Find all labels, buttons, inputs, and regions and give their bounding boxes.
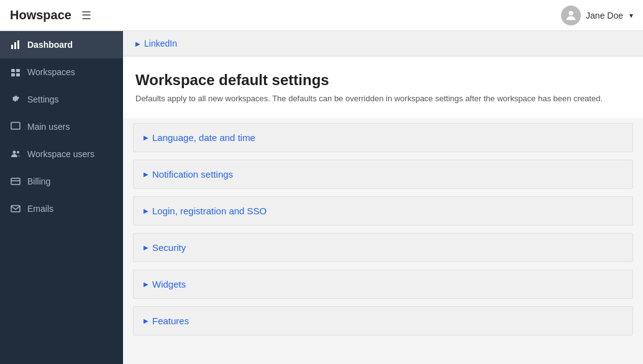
features-label: Features <box>152 316 189 326</box>
svg-point-10 <box>17 151 19 153</box>
header-left: Howspace ☰ <box>10 8 91 22</box>
accordion-login[interactable]: ▶ Login, registration and SSO <box>133 196 633 225</box>
sidebar-item-workspace-users[interactable]: Workspace users <box>0 140 123 168</box>
sidebar-item-workspace-users-label: Workspace users <box>27 149 94 159</box>
svg-rect-8 <box>11 122 20 129</box>
sidebar-item-main-users[interactable]: Main users <box>0 113 123 140</box>
main-users-icon <box>10 121 21 132</box>
workspace-users-icon <box>10 148 21 160</box>
user-dropdown-arrow[interactable]: ▾ <box>629 11 633 20</box>
avatar <box>561 6 581 25</box>
language-label: Language, date and time <box>152 132 255 143</box>
sidebar-item-workspaces-label: Workspaces <box>27 67 75 77</box>
sidebar-item-workspaces[interactable]: Workspaces <box>0 58 123 86</box>
login-label: Login, registration and SSO <box>152 206 267 216</box>
accordion-security[interactable]: ▶ Security <box>133 233 633 262</box>
emails-icon <box>10 203 21 214</box>
settings-icon <box>10 94 21 105</box>
security-expand-icon: ▶ <box>144 244 148 251</box>
svg-rect-3 <box>17 40 19 49</box>
sidebar-item-emails-label: Emails <box>27 204 53 214</box>
notification-expand-icon: ▶ <box>144 171 148 178</box>
chart-icon <box>10 39 21 50</box>
sidebar-item-dashboard[interactable]: Dashboard <box>0 31 123 58</box>
user-name: Jane Doe <box>586 11 623 20</box>
security-label: Security <box>152 242 186 253</box>
sidebar: Dashboard Workspaces Settings <box>0 31 123 364</box>
login-expand-icon: ▶ <box>144 207 148 214</box>
sidebar-item-settings[interactable]: Settings <box>0 86 123 113</box>
sidebar-item-main-users-label: Main users <box>27 122 70 132</box>
accordion-language[interactable]: ▶ Language, date and time <box>133 123 633 152</box>
features-expand-icon: ▶ <box>144 317 148 324</box>
header: Howspace ☰ Jane Doe ▾ <box>0 0 643 31</box>
sidebar-item-emails[interactable]: Emails <box>0 195 123 222</box>
svg-rect-11 <box>11 178 20 184</box>
accordion-notification[interactable]: ▶ Notification settings <box>133 160 633 189</box>
sidebar-item-billing[interactable]: Billing <box>0 168 123 195</box>
main-layout: Dashboard Workspaces Settings <box>0 31 643 364</box>
widgets-link[interactable]: ▶ Widgets <box>144 279 622 289</box>
page-title: Workspace default settings <box>135 71 631 89</box>
workspace-settings-header: Workspace default settings Defaults appl… <box>123 57 643 118</box>
sidebar-item-settings-label: Settings <box>27 94 59 104</box>
sidebar-item-billing-label: Billing <box>27 176 50 186</box>
security-link[interactable]: ▶ Security <box>144 242 622 253</box>
accordion-features[interactable]: ▶ Features <box>133 306 633 335</box>
logo: Howspace <box>10 8 71 22</box>
linkedin-expand-icon: ▶ <box>135 40 140 47</box>
svg-rect-7 <box>16 73 20 76</box>
linkedin-section: ▶ LinkedIn <box>123 31 643 57</box>
features-link[interactable]: ▶ Features <box>144 316 622 326</box>
svg-rect-4 <box>11 69 15 72</box>
svg-rect-1 <box>11 45 13 49</box>
widgets-expand-icon: ▶ <box>144 281 148 288</box>
content-area: ▶ LinkedIn Workspace default settings De… <box>123 31 643 364</box>
svg-rect-12 <box>11 206 20 212</box>
notification-link[interactable]: ▶ Notification settings <box>144 169 622 180</box>
svg-point-0 <box>568 11 573 15</box>
billing-icon <box>10 176 21 187</box>
sidebar-item-dashboard-label: Dashboard <box>27 40 73 50</box>
hamburger-icon[interactable]: ☰ <box>81 9 91 22</box>
svg-rect-6 <box>11 73 15 76</box>
language-link[interactable]: ▶ Language, date and time <box>144 132 622 143</box>
linkedin-accordion[interactable]: ▶ LinkedIn <box>135 39 631 48</box>
accordion-widgets[interactable]: ▶ Widgets <box>133 270 633 299</box>
workspaces-icon <box>10 66 21 78</box>
widgets-label: Widgets <box>152 279 186 289</box>
notification-label: Notification settings <box>152 169 233 180</box>
page-description: Defaults apply to all new workspaces. Th… <box>135 94 631 103</box>
svg-point-9 <box>13 151 16 154</box>
login-link[interactable]: ▶ Login, registration and SSO <box>144 206 622 216</box>
svg-rect-5 <box>16 69 20 72</box>
language-expand-icon: ▶ <box>144 134 148 141</box>
accordion-list: ▶ Language, date and time ▶ Notification… <box>123 118 643 348</box>
header-right: Jane Doe ▾ <box>561 6 633 25</box>
svg-rect-2 <box>14 42 16 49</box>
linkedin-label: LinkedIn <box>144 39 177 48</box>
